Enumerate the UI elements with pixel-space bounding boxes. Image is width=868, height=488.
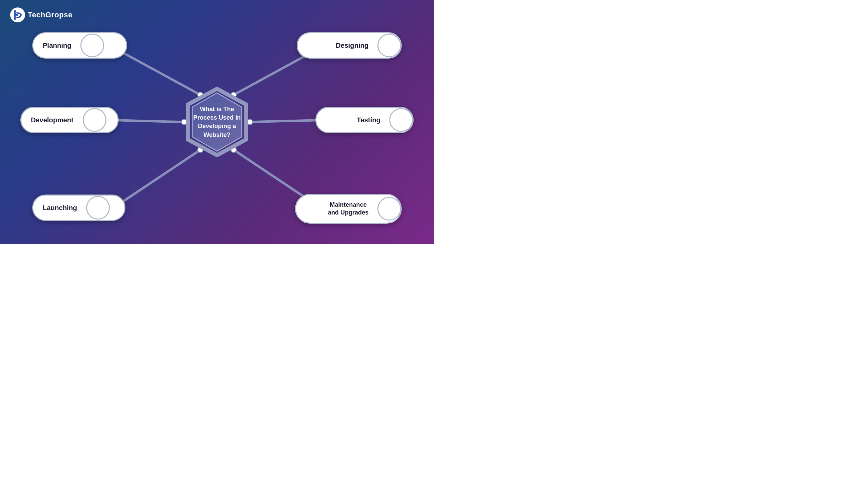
node-maintenance: Maintenanceand Upgrades — [295, 194, 402, 224]
node-designing: Designing — [297, 32, 402, 59]
development-circle — [83, 108, 106, 132]
maintenance-label: Maintenanceand Upgrades — [318, 201, 378, 217]
designing-circle — [377, 34, 401, 57]
node-testing: Testing — [315, 107, 414, 133]
testing-label: Testing — [347, 116, 390, 124]
node-launching: Launching — [32, 195, 125, 221]
logo: TechGropse — [10, 7, 73, 22]
testing-circle — [389, 108, 413, 132]
launching-label: Launching — [33, 204, 86, 212]
node-development: Development — [20, 107, 119, 133]
logo-text: TechGropse — [28, 11, 73, 19]
maintenance-circle — [377, 197, 401, 221]
designing-label: Designing — [326, 42, 378, 49]
development-label: Development — [21, 116, 83, 124]
planning-label: Planning — [33, 42, 81, 49]
center-text: What is The Process Used In Developing a… — [190, 105, 244, 139]
logo-icon — [10, 7, 25, 22]
center-hexagon: What is The Process Used In Developing a… — [180, 85, 254, 159]
launching-circle — [86, 196, 110, 220]
main-canvas: TechGropse — [0, 0, 434, 244]
planning-circle — [80, 34, 104, 57]
node-planning: Planning — [32, 32, 127, 59]
